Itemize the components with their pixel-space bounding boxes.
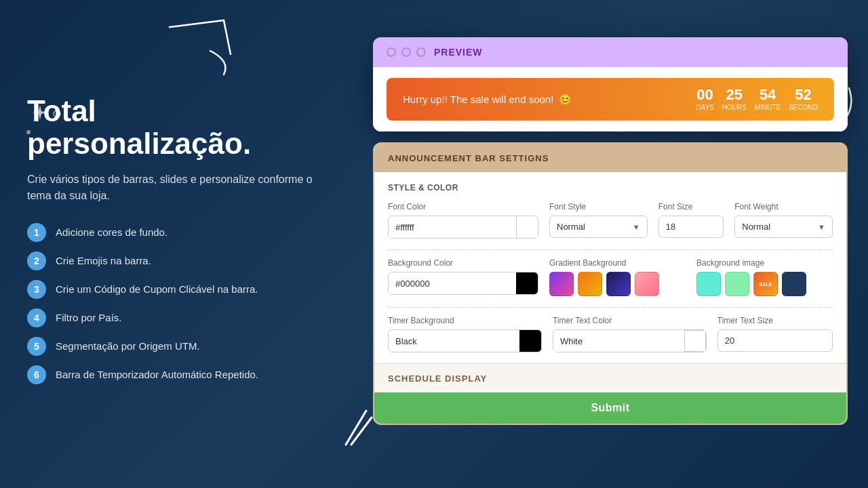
- schedule-section: SCHEDULE DISPLAY: [374, 363, 846, 392]
- font-weight-value: Normal: [742, 222, 770, 232]
- settings-title: ANNOUNCEMENT BAR SETTIGNS: [388, 153, 549, 163]
- feature-text-4: Filtro por País.: [56, 308, 122, 325]
- timer-text-color-input-wrapper[interactable]: [553, 329, 707, 352]
- feature-number-5: 5: [27, 337, 46, 356]
- feature-item-4: 4 Filtro por País.: [27, 308, 319, 327]
- bg-color-swatch[interactable]: [516, 272, 538, 294]
- preview-content: Hurry up!! The sale will end soon! 😊 00 …: [373, 67, 848, 131]
- countdown-days-value: 00: [696, 87, 714, 102]
- font-color-swatch[interactable]: [516, 216, 538, 238]
- settings-header: ANNOUNCEMENT BAR SETTIGNS: [374, 144, 846, 172]
- countdown-hours-label: HOURS: [722, 104, 747, 111]
- bg-image-swatch-cyan[interactable]: [696, 272, 721, 296]
- timer-row: Timer Background Timer Text Color Timer …: [388, 316, 833, 352]
- bg-image-swatch-sale[interactable]: SALE: [753, 272, 778, 296]
- submit-button[interactable]: Submit: [374, 392, 846, 424]
- font-color-label: Font Color: [388, 202, 538, 211]
- preview-label: PREVIEW: [434, 47, 483, 58]
- right-section: PREVIEW Hurry up!! The sale will end soo…: [373, 37, 848, 425]
- font-weight-chevron-icon: ▼: [818, 223, 825, 231]
- bg-row: Background Color Gradient Background: [388, 258, 833, 296]
- gradient-bg-group: Gradient Background: [549, 258, 686, 296]
- font-weight-label: Font Weight: [734, 202, 833, 211]
- gradient-bg-label: Gradient Background: [549, 258, 686, 268]
- bar-message-text: Hurry up!! The sale will end soon!: [403, 94, 553, 105]
- font-color-input[interactable]: [389, 217, 516, 238]
- countdown-seconds-value: 52: [789, 87, 818, 102]
- gradient-swatch-purple[interactable]: [549, 272, 574, 296]
- font-row: Font Color Font Style Normal ▼ Font Size: [388, 202, 833, 239]
- feature-item-2: 2 Crie Emojis na barra.: [27, 251, 319, 270]
- preview-window: PREVIEW Hurry up!! The sale will end soo…: [373, 37, 848, 131]
- bg-image-swatches: SALE: [696, 272, 833, 296]
- countdown-days-label: DAYS: [696, 104, 714, 111]
- gradient-swatch-dark[interactable]: [606, 272, 631, 296]
- font-style-group: Font Style Normal ▼: [549, 202, 648, 239]
- feature-text-5: Segmentação por Origem UTM.: [56, 337, 200, 353]
- font-style-value: Normal: [557, 222, 585, 232]
- font-size-group: Font Size: [658, 202, 724, 239]
- gradient-swatch-orange[interactable]: [578, 272, 602, 296]
- font-size-input[interactable]: [658, 216, 724, 238]
- bar-message: Hurry up!! The sale will end soon! 😊: [403, 94, 572, 106]
- font-weight-select[interactable]: Normal ▼: [734, 216, 833, 238]
- bg-color-input-wrapper[interactable]: [388, 272, 538, 295]
- feature-item-6: 6 Barra de Temporizador Automático Repet…: [27, 365, 319, 384]
- divider-1: [388, 249, 833, 250]
- bar-emoji: 😊: [559, 94, 572, 106]
- feature-text-3: Crie um Código de Cupom Clicável na barr…: [56, 280, 258, 296]
- feature-number-2: 2: [27, 251, 46, 270]
- countdown-minutes: 54 MINUTE: [755, 87, 781, 111]
- window-dots: [387, 47, 426, 57]
- font-weight-group: Font Weight Normal ▼: [734, 202, 833, 239]
- settings-body: STYLE & COLOR Font Color Font Style Norm…: [374, 172, 846, 363]
- bg-color-input[interactable]: [389, 273, 516, 294]
- timer-text-size-label: Timer Text Size: [717, 316, 833, 325]
- timer-text-color-group: Timer Text Color: [553, 316, 707, 352]
- divider-2: [388, 307, 833, 308]
- window-dot-1: [387, 47, 396, 57]
- timer-text-size-group: Timer Text Size: [717, 316, 833, 352]
- gradient-swatch-rose[interactable]: [635, 272, 659, 296]
- feature-number-1: 1: [27, 223, 46, 242]
- window-dot-3: [416, 47, 426, 57]
- gradient-swatches: [549, 272, 686, 296]
- font-size-label: Font Size: [658, 202, 724, 211]
- timer-text-color-label: Timer Text Color: [553, 316, 707, 325]
- bg-image-group: Background image SALE: [696, 258, 833, 296]
- style-color-section-label: STYLE & COLOR: [388, 183, 833, 192]
- settings-panel: ANNOUNCEMENT BAR SETTIGNS STYLE & COLOR …: [373, 142, 848, 425]
- timer-bg-input-wrapper[interactable]: [388, 329, 542, 352]
- bg-color-label: Background Color: [388, 258, 538, 268]
- timer-bg-swatch[interactable]: [519, 330, 541, 352]
- font-style-select[interactable]: Normal ▼: [549, 216, 648, 238]
- bg-image-swatch-green[interactable]: [725, 272, 749, 296]
- timer-text-color-swatch[interactable]: [684, 330, 706, 352]
- preview-titlebar: PREVIEW: [373, 37, 848, 67]
- timer-bg-group: Timer Background: [388, 316, 542, 352]
- feature-text-6: Barra de Temporizador Automático Repetid…: [56, 365, 258, 382]
- countdown-minutes-value: 54: [755, 87, 781, 102]
- countdown-seconds: 52 SECOND: [789, 87, 818, 111]
- countdown-days: 00 DAYS: [696, 87, 714, 111]
- font-style-chevron-icon: ▼: [633, 223, 640, 231]
- bg-image-label: Background image: [696, 258, 833, 268]
- sale-text: SALE: [760, 282, 772, 287]
- timer-text-size-input[interactable]: [717, 329, 833, 352]
- deco-slash: [339, 407, 373, 451]
- countdown-hours: 25 HOURS: [722, 87, 747, 111]
- feature-number-6: 6: [27, 365, 46, 384]
- feature-item-3: 3 Crie um Código de Cupom Clicável na ba…: [27, 280, 319, 299]
- timer-bg-label: Timer Background: [388, 316, 542, 325]
- font-color-input-wrapper[interactable]: [388, 216, 538, 239]
- feature-number-4: 4: [27, 308, 46, 327]
- countdown-minutes-label: MINUTE: [755, 104, 781, 111]
- font-color-group: Font Color: [388, 202, 538, 239]
- page-title: Total personalização.: [27, 95, 319, 161]
- timer-text-color-input[interactable]: [553, 331, 684, 352]
- page-subtitle: Crie vários tipos de barras, slides e pe…: [27, 171, 319, 204]
- bg-image-swatch-dark[interactable]: [782, 272, 806, 296]
- feature-list: 1 Adicione cores de fundo. 2 Crie Emojis…: [27, 223, 319, 384]
- bg-color-group: Background Color: [388, 258, 538, 295]
- timer-bg-input[interactable]: [389, 331, 519, 352]
